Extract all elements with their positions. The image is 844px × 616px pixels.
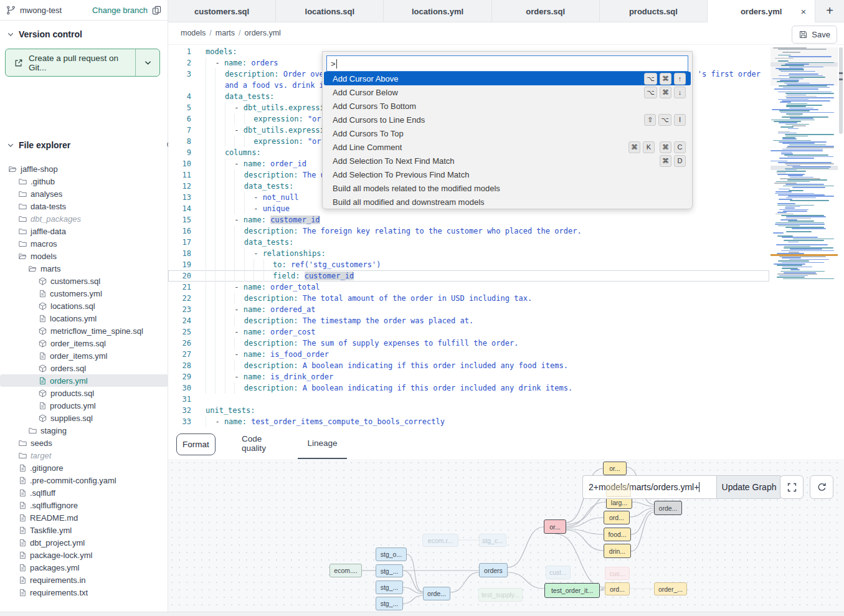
update-graph-button[interactable]: Update Graph [716,475,782,499]
bottom-scroll-strip[interactable] [0,612,844,616]
file-tree-item-data-tests[interactable]: data-tests [0,200,168,212]
lineage-node-ord-[interactable]: ord... [604,511,630,524]
command-item-add-line-comment[interactable]: Add Line Comment⌘K⌘C [324,140,691,154]
command-item-add-cursors-to-line-ends[interactable]: Add Cursors to Line Ends⇧⌥I [324,113,691,126]
tab-locations-sql[interactable]: locations.sql [276,0,384,22]
lineage-node-food-[interactable]: food... [604,528,631,541]
file-tree-item-locations-yml[interactable]: locations.yml [0,312,168,325]
new-tab-button[interactable]: + [815,0,844,22]
file-tree-item-products-yml[interactable]: products.yml [0,399,168,412]
panel-tab-code-quality[interactable]: Code quality [242,427,288,459]
editor-scrollbar[interactable] [838,45,844,427]
lineage-node-orde-[interactable]: orde... [423,587,450,600]
code-line-30[interactable]: 30description: A boolean indicating if t… [168,382,769,394]
lineage-node-or-[interactable]: or... [603,462,627,475]
code-line-17[interactable]: 17data_tests: [168,237,769,248]
tab-locations-yml[interactable]: locations.yml [384,0,491,22]
code-line-16[interactable]: 16description: The foreign key relating … [168,225,769,237]
code-line-32[interactable]: 32unit_tests: [168,405,769,416]
file-tree-item-macros[interactable]: macros [0,237,168,250]
lineage-node-orders[interactable]: orders [479,563,508,577]
lineage-node-cus-[interactable]: cus... [605,567,630,580]
lineage-node-stg-[interactable]: stg_... [376,580,403,594]
lineage-node-hidden[interactable] [606,485,631,497]
lineage-node-ord-[interactable]: ord... [605,582,630,595]
file-tree-item-models[interactable]: models [0,250,168,262]
file-tree-item-target[interactable]: target [0,449,168,462]
code-line-18[interactable]: 18- relationships: [168,248,769,259]
panel-tab-lineage[interactable]: Lineage [298,427,347,459]
lineage-canvas[interactable]: ecom....stg_o...stg_...stg_...stg_...ord… [168,459,844,612]
file-explorer-header[interactable]: File explorer [0,138,183,152]
lineage-node-stg-[interactable]: stg_... [376,597,403,610]
command-item-add-selection-to-next-find-match[interactable]: Add Selection To Next Find Match⌘D [324,154,691,168]
command-item-add-cursors-to-top[interactable]: Add Cursors To Top [324,126,691,140]
change-branch-link[interactable]: Change branch [92,6,148,15]
lineage-node-drin-[interactable]: drin... [604,544,631,558]
create-pr-button[interactable]: Create a pull request on Git... [5,49,160,77]
code-line-22[interactable]: 22description: The total amount of the o… [168,293,769,304]
refresh-button[interactable] [810,475,833,499]
command-item-build-all-modified-and-downstream-models[interactable]: Build all modified and downstream models [324,195,691,209]
code-line-21[interactable]: 21- name: order_total [168,282,769,293]
tab-orders-yml[interactable]: orders.yml× [708,0,815,23]
breadcrumb-segment[interactable]: models [181,29,206,37]
file-tree-item-staging[interactable]: staging [0,424,168,437]
lineage-node-test-order-it-[interactable]: test_order_it... [544,583,600,598]
code-line-29[interactable]: 29- name: is_drink_order [168,371,769,382]
fullscreen-button[interactable] [780,475,804,499]
close-icon[interactable]: × [800,6,806,17]
lineage-node-cust-[interactable]: cust... [546,566,571,579]
file-tree-item--gitignore[interactable]: .gitignore [0,462,168,474]
lineage-selector-input[interactable]: 2+models/marts/orders.yml+ [582,475,716,499]
lineage-node-stg-c-[interactable]: stg_c... [479,534,506,547]
lineage-node-or-[interactable]: or... [544,519,566,534]
file-tree-item-readme-md[interactable]: README.md [0,511,168,524]
file-tree-item-seeds[interactable]: seeds [0,437,168,449]
file-tree-item-order-items-yml[interactable]: order_items.yml [0,349,168,362]
code-line-27[interactable]: 27- name: is_food_order [168,349,769,360]
minimap[interactable] [771,47,838,334]
lineage-node-ecom-[interactable]: ecom.... [330,564,362,577]
command-palette-input[interactable]: > [326,55,688,72]
command-item-add-cursors-to-bottom[interactable]: Add Cursors To Bottom [324,99,691,113]
file-tree-item-orders-sql[interactable]: orders.sql [0,362,168,374]
version-control-header[interactable]: Version control [0,27,183,41]
code-line-19[interactable]: 19to: ref('stg_customers') [168,259,769,270]
file-tree-item-requirements-txt[interactable]: requirements.txt [0,586,168,599]
code-line-33[interactable]: 33- name: test_order_items_compute_to_bo… [168,416,769,427]
command-item-add-cursor-below[interactable]: Add Cursor Below⌥⌘↓ [324,85,691,99]
lineage-node-order-[interactable]: order_... [654,582,687,595]
file-tree-item-analyses[interactable]: analyses [0,187,168,200]
file-tree-item-requirements-in[interactable]: requirements.in [0,574,168,586]
code-line-15[interactable]: 15- name: customer_id [168,214,769,225]
file-tree-item-dbt-project-yml[interactable]: dbt_project.yml [0,536,168,549]
code-line-26[interactable]: 26description: The sum of supply expense… [168,338,769,349]
lineage-node-stg-o-[interactable]: stg_o... [376,547,407,561]
file-tree-item-metricflow-time-spine-sql[interactable]: metricflow_time_spine.sql [0,325,168,337]
file-tree-item-jaffle-shop[interactable]: jaffle-shop [0,163,168,175]
file-tree-item--pre-commit-config-yaml[interactable]: .pre-commit-config.yaml [0,474,168,486]
file-tree-item--github[interactable]: .github [0,175,168,187]
file-tree-item-customers-sql[interactable]: customers.sql [0,275,168,287]
file-tree-item-supplies-sql[interactable]: supplies.sql [0,412,168,424]
file-tree-item-package-lock-yml[interactable]: package-lock.yml [0,549,168,561]
code-line-31[interactable]: 31 [168,394,769,405]
file-tree-item-orders-yml[interactable]: orders.yml [0,374,168,387]
lineage-node-orde-[interactable]: orde... [654,501,682,515]
lineage-node-test-supply-[interactable]: test_supply... [478,588,523,602]
file-tree-item-customers-yml[interactable]: customers.yml [0,287,168,300]
file-tree-item--sqlfluffignore[interactable]: .sqlfluffignore [0,499,168,511]
code-line-20[interactable]: 20field: customer_id [168,270,769,282]
breadcrumb-segment[interactable]: marts [216,29,235,37]
file-tree-item-products-sql[interactable]: products.sql [0,387,168,399]
copy-icon[interactable] [152,6,161,15]
lineage-node-ecom-r-[interactable]: ecom.r... [422,534,458,547]
code-line-25[interactable]: 25- name: order_cost [168,326,769,338]
tab-orders-sql[interactable]: orders.sql [492,0,600,22]
file-tree-item-packages-yml[interactable]: packages.yml [0,561,168,574]
tab-customers-sql[interactable]: customers.sql [168,0,276,22]
code-line-23[interactable]: 23- name: ordered_at [168,304,769,315]
command-item-add-cursor-above[interactable]: Add Cursor Above⌥⌘↑ [324,72,691,85]
file-tree-item-locations-sql[interactable]: locations.sql [0,300,168,312]
